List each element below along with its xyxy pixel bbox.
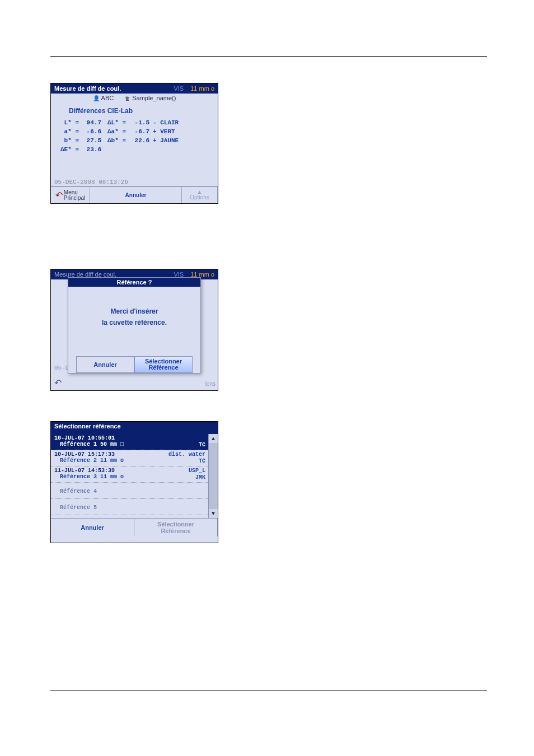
- titlebar: Sélectionner référence: [51, 422, 218, 434]
- bottom-divider: [50, 690, 487, 690]
- dialog-cancel-button[interactable]: Annuler: [76, 356, 134, 373]
- cancel-button[interactable]: Annuler: [51, 519, 134, 536]
- cuvette-indicator: 11 mm o: [190, 85, 214, 92]
- dialog-line1: Merci d'insérer: [68, 306, 200, 317]
- back-arrow-icon: ↶: [55, 190, 63, 200]
- main-menu-button[interactable]: ↶ Menu Principal: [51, 186, 90, 203]
- footer-bar: Annuler Sélectionner Référence: [51, 518, 218, 536]
- dialog-footer: Annuler Sélectionner Référence: [76, 356, 193, 373]
- footer-bar: ↶ Menu Principal Annuler ▲ Options: [51, 186, 218, 203]
- sample-info-row: 👤 ABC 🗑 Sample_name(): [51, 94, 218, 102]
- list-item[interactable]: 10-JUL-07 15:17:33 Référence 2 11 mm o d…: [51, 450, 209, 466]
- cielab-heading: Différences CIE-Lab: [51, 102, 218, 118]
- list-item[interactable]: 11-JUL-07 14:53:39 Référence 3 11 mm o U…: [51, 466, 209, 483]
- list-item[interactable]: Référence 5: [51, 499, 209, 515]
- screen-reference-dialog: Mesure de diff de coul. VIS 11 mm o 05-D…: [50, 269, 218, 391]
- row-b: b* =27.5Δb* =22.6+ JAUNE: [59, 136, 218, 145]
- top-divider: [50, 56, 487, 57]
- options-button[interactable]: ▲ Options: [182, 186, 218, 203]
- timestamp: 05-DEC-2008 08:13:26: [54, 179, 128, 185]
- reference-dialog: Référence ? Merci d'insérer la cuvette r…: [68, 277, 201, 374]
- select-reference-button[interactable]: Sélectionner Référence: [134, 519, 218, 536]
- dialog-select-reference-button[interactable]: Sélectionner Référence: [134, 356, 193, 373]
- list-item[interactable]: 10-JUL-07 10:55:01 Référence 1 50 mm □ T…: [51, 434, 209, 450]
- scroll-down-icon[interactable]: ▼: [209, 509, 218, 518]
- row-dE: ΔE* =23.6: [59, 145, 218, 154]
- row-L: L* =94.7ΔL* =-1.5- CLAIR: [59, 118, 218, 127]
- dialog-line2: la cuvette référence.: [68, 317, 200, 328]
- screen-color-diff-result: Mesure de diff de coul. VIS 11 mm o 👤 AB…: [50, 83, 218, 204]
- triangle-up-icon: ▲: [197, 190, 203, 194]
- back-arrow-icon: ↶: [54, 377, 62, 388]
- dialog-body: Merci d'insérer la cuvette référence.: [68, 287, 200, 328]
- options-fragment: ions: [205, 381, 216, 387]
- screen-select-reference-list: Sélectionner référence 10-JUL-07 10:55:0…: [50, 421, 218, 543]
- abc-label: ABC: [101, 95, 114, 101]
- reference-list: 10-JUL-07 10:55:01 Référence 1 50 mm □ T…: [51, 434, 218, 518]
- vis-indicator: VIS: [174, 85, 184, 92]
- scroll-up-icon[interactable]: ▲: [209, 434, 218, 443]
- cancel-button[interactable]: Annuler: [90, 186, 182, 203]
- scrollbar[interactable]: ▲ ▼: [208, 434, 218, 518]
- title-text: Mesure de diff de coul.: [54, 85, 121, 92]
- list-item[interactable]: Référence 4: [51, 483, 209, 499]
- titlebar: Mesure de diff de coul. VIS 11 mm o: [51, 83, 218, 94]
- sample-name: Sample_name(): [132, 95, 176, 101]
- sample-icon: 🗑: [125, 95, 130, 101]
- person-icon: 👤: [93, 95, 100, 101]
- timestamp-fragment: 05-D: [54, 365, 69, 371]
- row-a: a* =-6.6Δa* =-6.7+ VERT: [59, 127, 218, 136]
- dialog-title: Référence ?: [68, 278, 200, 287]
- cielab-grid: L* =94.7ΔL* =-1.5- CLAIR a* =-6.6Δa* =-6…: [51, 118, 218, 154]
